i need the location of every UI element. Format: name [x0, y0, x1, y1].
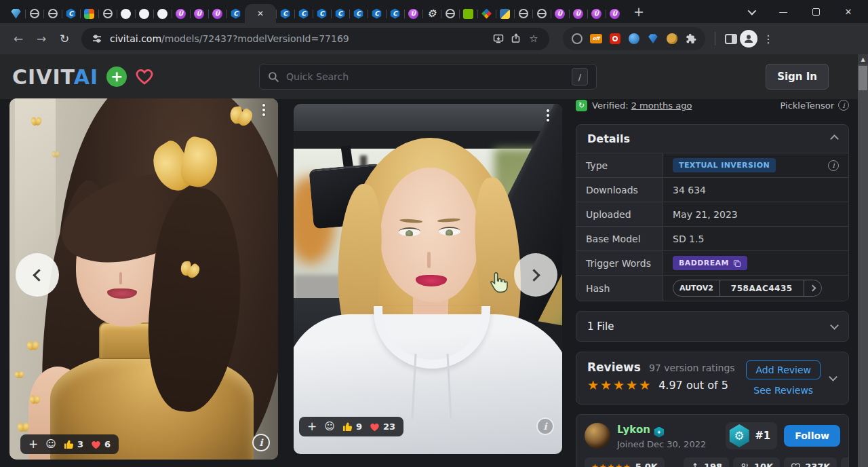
browser-tab-appU[interactable]: Û [172, 4, 190, 23]
reviews-expand-icon[interactable] [829, 373, 837, 381]
like-reaction-button[interactable]: 3 [64, 439, 83, 449]
browser-tab-appU[interactable]: Û [404, 4, 422, 23]
side-panel-icon[interactable] [725, 33, 737, 45]
sign-in-button[interactable]: Sign In [766, 64, 829, 90]
browser-tab-civitai[interactable]: C [276, 4, 294, 23]
stat-followers[interactable]: 10K [733, 457, 780, 467]
image-2-info-icon[interactable]: i [536, 417, 554, 435]
extensions-puzzle-icon[interactable] [685, 33, 697, 45]
extension-gem-icon[interactable] [647, 33, 659, 45]
carousel-next-button[interactable] [514, 253, 557, 297]
heart-reaction-button[interactable]: 23 [370, 422, 395, 432]
browser-tab-globe[interactable] [43, 4, 62, 23]
address-bar[interactable]: civitai.com/models/72437?modelVersionId=… [81, 28, 549, 50]
bookmark-star-icon[interactable]: ☆ [525, 30, 542, 48]
browser-tab-civitai[interactable]: C [226, 4, 245, 23]
trigger-word-badge[interactable]: BADDREAM [673, 256, 747, 270]
create-button[interactable]: + [106, 67, 127, 87]
browser-tab-appU[interactable]: Û [606, 4, 624, 23]
creator-avatar[interactable] [585, 423, 610, 449]
browser-tab-civitai[interactable]: C [368, 4, 386, 23]
browser-tab-civitai[interactable]: C [62, 4, 80, 23]
site-info-icon[interactable] [88, 30, 106, 48]
scrollbar-thumb[interactable] [859, 66, 867, 90]
install-icon[interactable] [490, 30, 507, 48]
follow-button[interactable]: Follow [784, 425, 840, 447]
browser-tab-globe[interactable] [532, 4, 551, 23]
browser-tab-sharp[interactable] [477, 4, 496, 23]
copy-icon[interactable] [733, 259, 741, 267]
forward-button[interactable]: → [31, 29, 52, 49]
browser-tab-appU[interactable]: Û [587, 4, 606, 23]
browser-tab-python[interactable] [496, 4, 514, 23]
type-badge[interactable]: TEXTUAL INVERSION [673, 158, 776, 172]
browser-tab-appU[interactable]: Û [208, 4, 226, 23]
stat-likes[interactable]: 237K [784, 457, 837, 467]
browser-tab-globe[interactable] [441, 4, 459, 23]
emoji-reaction-button[interactable]: ☺ [324, 422, 335, 432]
browser-tab-apps[interactable] [80, 4, 98, 23]
civitai-logo[interactable]: CIVITAI [12, 65, 98, 89]
profile-avatar[interactable] [740, 30, 757, 48]
back-button[interactable]: ← [8, 29, 28, 49]
restore-button[interactable] [811, 7, 821, 16]
extension-blue-icon[interactable] [628, 33, 640, 45]
browser-tab-civitai[interactable]: C [331, 4, 349, 23]
type-info-icon[interactable]: i [828, 160, 839, 171]
browser-tab-appU[interactable]: Û [190, 4, 208, 23]
browser-tab-gem[interactable] [7, 4, 25, 23]
support-heart-icon[interactable] [135, 68, 154, 86]
carousel-prev-button[interactable] [16, 253, 59, 297]
browser-tab-gear[interactable]: ⚙ [422, 4, 441, 23]
extension-off-icon[interactable]: off [590, 33, 602, 45]
details-header[interactable]: Details [576, 125, 848, 153]
search-input[interactable]: Quick Search / [259, 64, 597, 90]
browser-tab-civitai[interactable]: C [386, 4, 404, 23]
extension-red-icon[interactable] [609, 33, 621, 45]
creator-name[interactable]: Lykon [617, 424, 650, 436]
format-info-icon[interactable]: i [838, 100, 849, 111]
tab-close-icon[interactable]: ✕ [257, 10, 264, 18]
browser-tab-appU[interactable]: Û [569, 4, 587, 23]
browser-tab-civitai[interactable]: C [313, 4, 331, 23]
scrollbar-up-arrow[interactable]: ▲ [858, 54, 868, 64]
browser-tab-globe[interactable] [514, 4, 532, 23]
add-review-button[interactable]: Add Review [746, 360, 821, 379]
like-reaction-button[interactable]: 9 [342, 422, 362, 432]
hash-pill[interactable]: AUTOV2 758AAC4435 [673, 280, 822, 297]
add-reaction-button[interactable]: + [28, 438, 38, 450]
reload-button[interactable]: ↻ [54, 29, 75, 49]
image-1-info-icon[interactable]: i [252, 434, 270, 451]
browser-tab-civitai[interactable]: C [294, 4, 313, 23]
close-button[interactable]: ✕ [844, 7, 853, 16]
browser-tab-globe[interactable] [25, 4, 43, 23]
browser-tab-civitai[interactable]: C [349, 4, 368, 23]
stat-uploads[interactable]: 198 [684, 457, 729, 467]
browser-tab-globe[interactable] [98, 4, 117, 23]
browser-tab-github[interactable] [117, 4, 135, 23]
hash-expand-button[interactable] [804, 280, 821, 296]
browser-menu-icon[interactable]: ⋮ [763, 33, 774, 45]
browser-tab-appU[interactable]: Û [551, 4, 569, 23]
emoji-reaction-button[interactable]: ☺ [45, 439, 56, 449]
image-1-menu-icon[interactable] [258, 104, 270, 119]
extension-globe-icon[interactable] [571, 33, 583, 45]
files-header[interactable]: 1 File [576, 312, 848, 341]
stat-downloads[interactable]: 1.7M [841, 457, 849, 467]
image-2-menu-icon[interactable] [542, 109, 554, 124]
stat-rating[interactable]: ★★★★★ 5.0K [585, 457, 665, 467]
extension-cookie-icon[interactable] [666, 33, 678, 45]
see-reviews-link[interactable]: See Reviews [753, 385, 813, 396]
add-reaction-button[interactable]: + [307, 421, 317, 432]
new-tab-button[interactable]: + [629, 2, 648, 21]
tab-search-chevron-icon[interactable] [746, 7, 755, 16]
browser-tab-active[interactable]: ✕ [245, 4, 276, 23]
verified-time-link[interactable]: 2 months ago [631, 100, 692, 111]
page-scrollbar[interactable]: ▲ [858, 54, 868, 467]
browser-tab-github[interactable] [153, 4, 172, 23]
browser-tab-github[interactable] [135, 4, 153, 23]
share-icon[interactable] [507, 30, 525, 48]
browser-tab-nvidia[interactable] [459, 4, 477, 23]
heart-reaction-button[interactable]: 6 [91, 439, 111, 449]
minimize-button[interactable]: — [778, 7, 788, 16]
